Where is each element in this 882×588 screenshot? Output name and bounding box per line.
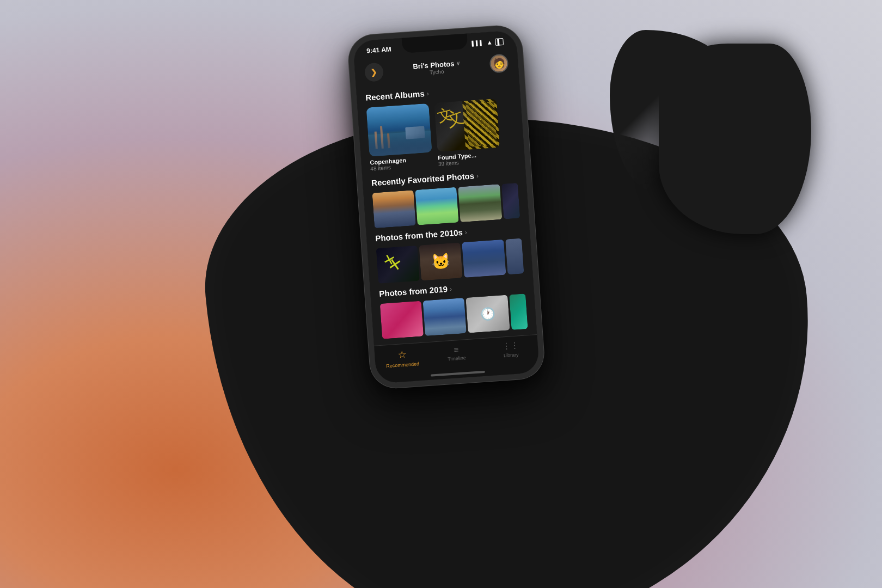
- photos-2019-chevron-icon[interactable]: ›: [449, 285, 452, 292]
- signal-icon: ▌▌▌: [471, 40, 484, 46]
- favorited-photo-dark[interactable]: [501, 183, 520, 219]
- photos-2010s-chevron-icon[interactable]: ›: [464, 228, 467, 236]
- nav-item-library[interactable]: ⋮⋮ Library: [483, 339, 538, 360]
- photo-2010s-cat[interactable]: 🐱: [419, 242, 463, 280]
- photo-2019-tall-building[interactable]: [423, 298, 467, 336]
- copenhagen-image: [366, 103, 432, 157]
- nav-item-timeline[interactable]: ≡ Timeline: [428, 343, 484, 363]
- status-icons: ▌▌▌ ▲ ▌: [471, 38, 504, 47]
- photo-2019-teal[interactable]: [509, 293, 528, 330]
- photo-2010s-city2[interactable]: [505, 238, 524, 274]
- nav-item-recommended[interactable]: ☆ Recommended: [375, 347, 430, 370]
- album-item-copenhagen[interactable]: Copenhagen 48 items: [366, 103, 433, 172]
- scene: 9:41 AM ▌▌▌ ▲ ▌ ❯ Bri's Photos: [0, 0, 882, 588]
- chevron-right-icon: ❯: [370, 68, 377, 77]
- album-thumb-copenhagen: [366, 103, 432, 157]
- timeline-icon: ≡: [454, 345, 459, 354]
- favorited-photo-rocks[interactable]: [458, 184, 502, 222]
- screen: 9:41 AM ▌▌▌ ▲ ▌ ❯ Bri's Photos: [353, 30, 540, 383]
- favorited-photo-beach[interactable]: [415, 187, 459, 225]
- avatar[interactable]: 🧑: [489, 53, 509, 73]
- content-area: Recent Albums ›: [356, 76, 537, 340]
- nav-label-library: Library: [504, 352, 519, 358]
- wifi-icon: ▲: [486, 39, 493, 46]
- phone-frame: 9:41 AM ▌▌▌ ▲ ▌ ❯ Bri's Photos: [347, 24, 546, 390]
- recent-albums-title: Recent Albums: [365, 89, 425, 102]
- avatar-image: 🧑: [493, 57, 505, 70]
- back-button[interactable]: ❯: [364, 63, 384, 82]
- recently-favorited-title: Recently Favorited Photos: [371, 171, 475, 187]
- album-item-found-type[interactable]: 文 Found Type... 39 items: [434, 99, 501, 167]
- photo-2019-pink-bag[interactable]: [380, 301, 424, 339]
- library-icon: ⋮⋮: [502, 340, 519, 351]
- finger-overlay-top: [659, 44, 811, 234]
- recent-albums-chevron-icon[interactable]: ›: [426, 89, 429, 97]
- favorited-photo-marina[interactable]: [372, 190, 416, 228]
- dropdown-chevron-icon: ∨: [456, 60, 460, 66]
- star-icon: ☆: [397, 348, 407, 361]
- recently-favorited-chevron-icon[interactable]: ›: [476, 171, 479, 179]
- photos-2019-title: Photos from 2019: [379, 284, 448, 298]
- status-time: 9:41 AM: [366, 45, 391, 54]
- battery-icon: ▌: [495, 38, 504, 45]
- favorited-photos-strip: [372, 183, 520, 229]
- photos-2010s-strip: ✕ 🐱: [376, 238, 524, 284]
- albums-row: Copenhagen 48 items 文 Found Type: [366, 97, 517, 171]
- bottom-nav: ☆ Recommended ≡ Timeline ⋮⋮ Library: [374, 334, 540, 384]
- found-type-image: 文: [434, 99, 500, 152]
- photos-2019-strip: 🕐: [380, 293, 528, 339]
- nav-label-recommended: Recommended: [386, 361, 420, 369]
- photo-2010s-city-aerial[interactable]: [462, 240, 506, 278]
- album-thumb-found-type: 文: [434, 99, 500, 152]
- photo-2019-clock[interactable]: 🕐: [466, 295, 510, 333]
- photo-2010s-cross[interactable]: ✕: [376, 246, 420, 284]
- nav-label-timeline: Timeline: [448, 355, 466, 362]
- photos-2010s-title: Photos from the 2010s: [375, 228, 463, 243]
- header-title-group: Bri's Photos ∨ Tycho: [413, 59, 461, 77]
